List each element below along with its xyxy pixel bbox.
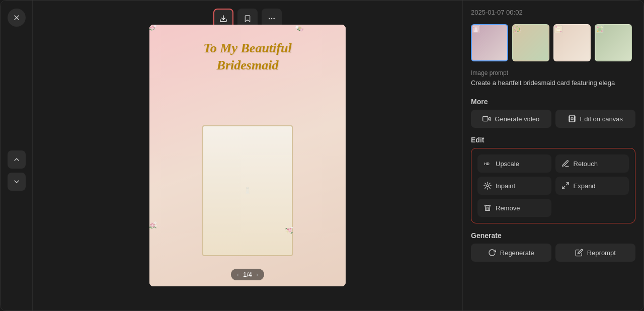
remove-icon [484,204,492,212]
svg-point-73 [287,231,287,232]
edit-buttons-container: HD Upscale Retouch [471,148,635,223]
reprompt-button[interactable]: Reprompt [555,244,636,262]
svg-point-32 [302,29,303,30]
svg-rect-102 [557,28,560,29]
reprompt-icon [575,249,583,257]
svg-rect-97 [516,29,518,30]
pagination-display: 1/4 [243,271,252,278]
svg-point-27 [295,27,296,28]
thumbnails-row [471,24,635,61]
svg-point-75 [287,232,288,233]
svg-point-76 [286,231,287,232]
svg-point-83 [290,233,292,234]
app-container: To My Beautiful Bridesmaid [0,0,644,311]
flowers-bottom-right [285,226,346,286]
remove-button[interactable]: Remove [477,199,551,217]
retouch-icon [561,160,570,168]
inpaint-button[interactable]: Inpaint [477,177,551,195]
svg-point-14 [155,25,156,26]
card-content: To My Beautiful Bridesmaid [149,25,346,286]
svg-point-55 [155,223,155,224]
svg-point-105 [560,31,561,32]
more-buttons-row: Generate video Edit on canvas [471,110,635,128]
svg-point-17 [155,26,156,27]
svg-point-80 [292,227,292,228]
svg-point-43 [247,193,248,193]
expand-icon [561,182,570,190]
prev-page-button[interactable]: ‹ [237,271,239,278]
retouch-button[interactable]: Retouch [555,154,629,173]
regenerate-button[interactable]: Regenerate [471,244,551,262]
flowers-tr-svg [295,25,303,33]
prompt-label: Image prompt [471,69,635,76]
next-button[interactable] [8,173,26,191]
svg-rect-96 [516,28,519,29]
thumbnail-3[interactable] [553,24,591,61]
main-area: To My Beautiful Bridesmaid [33,1,462,310]
close-icon [13,14,21,22]
svg-point-93 [519,30,521,32]
regenerate-icon [488,249,496,257]
svg-point-47 [152,225,153,226]
svg-point-25 [296,25,297,26]
thumbnail-4-img [596,25,604,33]
thumbnail-2[interactable] [512,24,549,61]
expand-button[interactable]: Expand [555,177,629,195]
next-page-button[interactable]: › [256,271,258,278]
timestamp: 2025-01-07 00:02 [471,9,635,16]
svg-point-31 [301,29,302,30]
svg-point-50 [153,224,155,225]
left-nav [1,1,33,310]
thumbnail-3-img [554,25,562,33]
svg-point-116 [487,185,489,187]
right-panel: 2025-01-07 00:02 [462,1,643,310]
generate-buttons-row: Regenerate Reprompt [471,244,635,262]
svg-point-92 [514,27,516,29]
edit-canvas-icon [568,115,576,123]
svg-rect-40 [247,188,249,189]
svg-point-63 [150,227,153,229]
more-icon [268,15,276,23]
dress-svg [244,187,252,195]
svg-point-8 [151,28,153,29]
svg-point-54 [155,221,155,222]
edit-section: Edit HD Upscale Retouch [471,136,635,223]
svg-point-16 [154,26,155,27]
svg-line-117 [566,183,569,185]
svg-point-35 [247,187,248,188]
svg-text:HD: HD [484,162,490,166]
image-prompt-section: Image prompt Create a heartfelt bridesma… [471,69,635,88]
close-button[interactable] [8,9,26,27]
svg-point-77 [288,231,289,232]
thumbnail-1-img [472,25,480,33]
svg-line-118 [562,187,565,189]
svg-point-24 [296,27,298,28]
generate-title: Generate [471,231,635,240]
image-container: To My Beautiful Bridesmaid [149,25,346,286]
thumbnail-1[interactable] [471,24,508,61]
generate-section: Generate Regenerate Reprompt [471,231,635,262]
svg-point-68 [289,229,290,231]
inpaint-icon [484,182,492,190]
thumbnail-4[interactable] [595,24,632,61]
svg-point-15 [155,26,156,27]
upscale-button[interactable]: HD Upscale [477,154,551,173]
image-pagination: ‹ 1/4 › [231,269,264,280]
thumbnail-2-img [513,25,521,33]
chevron-up-icon [13,156,21,164]
flowers-bl-svg [149,221,157,229]
bookmark-icon [244,15,252,23]
svg-point-65 [154,227,156,228]
generate-video-button[interactable]: Generate video [471,110,551,128]
card-title: To My Beautiful Bridesmaid [149,40,346,74]
edit-on-canvas-button[interactable]: Edit on canvas [555,110,636,128]
svg-point-74 [287,230,288,231]
prev-button[interactable] [8,150,26,169]
svg-point-58 [155,222,155,223]
svg-marker-112 [488,117,491,121]
svg-point-61 [156,225,156,226]
dress-display-area [202,125,293,256]
flowers-br-svg [285,226,293,234]
svg-point-28 [297,27,298,28]
svg-point-82 [291,232,293,233]
